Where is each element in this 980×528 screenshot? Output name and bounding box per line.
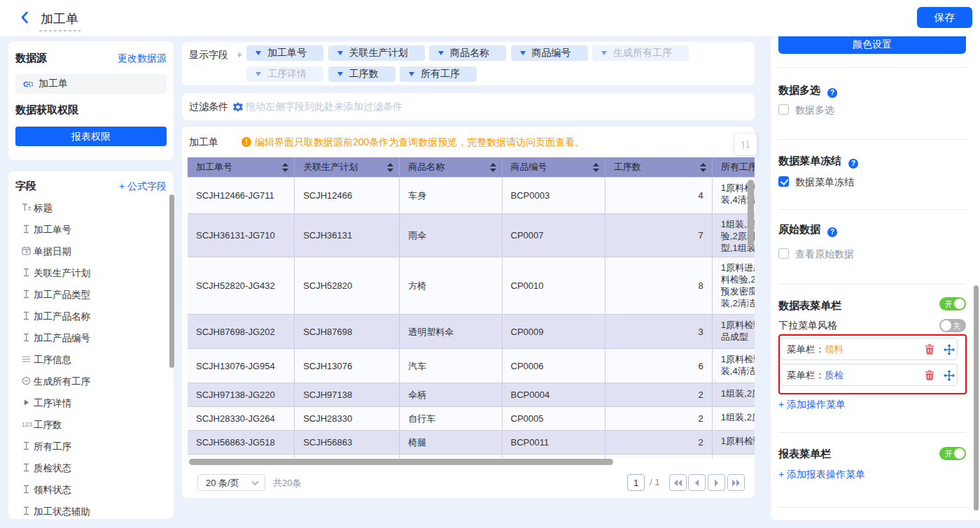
svg-text:123: 123: [22, 421, 32, 428]
